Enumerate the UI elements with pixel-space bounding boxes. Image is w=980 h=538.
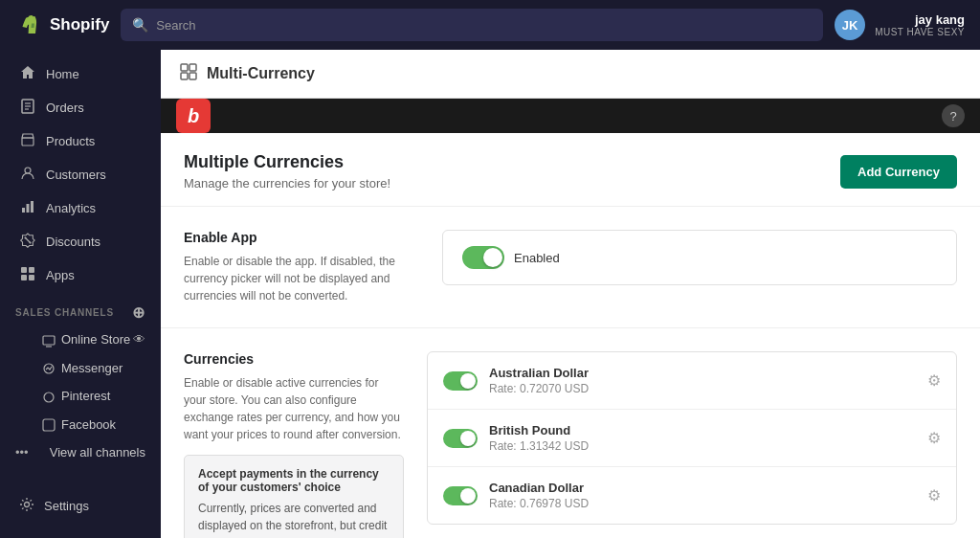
user-name: jay kang [875,12,965,27]
sidebar-item-pinterest[interactable]: Pinterest [0,382,161,411]
avatar: JK [835,10,865,40]
svg-point-5 [25,168,31,173]
sidebar-item-settings[interactable]: Settings [4,489,157,523]
info-box-title: Accept payments in the currency of your … [198,467,390,494]
add-currency-button[interactable]: Add Currency [840,155,957,189]
currencies-section: Currencies Enable or disable active curr… [161,328,980,538]
enable-description: Enable or disable the app. If disabled, … [184,253,404,304]
currency-toggle-0[interactable] [443,371,478,391]
home-icon [19,65,36,83]
sidebar-item-analytics[interactable]: Analytics [4,191,157,225]
main-title: Multiple Currencies [184,152,390,172]
user-area[interactable]: JK jay kang MUST HAVE SEXY [835,10,965,40]
currency-gear-2[interactable]: ⚙ [927,486,941,504]
svg-rect-16 [43,336,55,345]
svg-rect-13 [29,267,34,273]
currency-name-1: British Pound [489,423,916,437]
svg-rect-24 [181,73,188,79]
layout: Home Orders Products Customers Analytics [0,50,980,538]
app-banner: b ? [161,99,980,133]
table-row: Australian Dollar Rate: 0.72070 USD ⚙ [428,352,956,410]
enable-toggle-container: Enabled [462,246,560,269]
svg-point-10 [25,237,27,239]
discounts-icon [19,233,36,251]
currency-gear-1[interactable]: ⚙ [927,429,941,447]
svg-rect-20 [43,419,55,431]
currency-rate-0: Rate: 0.72070 USD [489,382,916,395]
products-icon [19,132,36,150]
svg-rect-25 [189,73,196,79]
top-nav: shopify 🔍 JK jay kang MUST HAVE SEXY [0,0,980,50]
logo[interactable]: shopify [15,11,109,38]
sidebar-label-orders: Orders [46,101,84,115]
view-all-channels[interactable]: ••• View all channels [0,438,161,466]
currency-info-1: British Pound Rate: 1.31342 USD [489,423,916,453]
customers-icon [19,166,36,184]
sidebar-label-analytics: Analytics [46,201,96,215]
messenger-label: Messenger [42,361,122,376]
banner-help-icon[interactable]: ? [942,104,965,127]
search-bar: 🔍 [121,9,823,41]
logo-text: shopify [50,15,109,34]
analytics-icon [19,199,36,217]
info-box: Accept payments in the currency of your … [184,455,404,538]
currency-list: Australian Dollar Rate: 0.72070 USD ⚙ Br… [427,351,957,525]
currency-name-2: Canadian Dollar [489,481,916,495]
svg-point-19 [44,392,54,402]
dots-icon: ••• [15,445,29,460]
svg-rect-6 [22,208,25,213]
svg-point-11 [30,242,32,244]
sidebar-item-discounts[interactable]: Discounts [4,225,157,258]
svg-rect-23 [189,64,196,71]
sidebar-item-customers[interactable]: Customers [4,158,157,191]
sidebar: Home Orders Products Customers Analytics [0,50,161,538]
svg-rect-22 [181,64,188,71]
search-input[interactable] [156,18,812,33]
enable-title: Enable App [184,230,404,245]
table-row: British Pound Rate: 1.31342 USD ⚙ [428,410,956,467]
svg-point-21 [25,503,30,507]
main-subtitle: Manage the currencies for your store! [184,176,390,191]
sidebar-item-messenger[interactable]: Messenger [0,354,161,383]
svg-rect-4 [22,138,33,146]
sidebar-item-products[interactable]: Products [4,124,157,158]
currencies-right: Australian Dollar Rate: 0.72070 USD ⚙ Br… [427,351,957,538]
currencies-description: Enable or disable active currencies for … [184,374,404,443]
currency-rate-1: Rate: 1.31342 USD [489,439,916,453]
currency-gear-0[interactable]: ⚙ [927,371,941,390]
online-store-label: Online Store [42,332,130,347]
orders-icon [19,99,36,117]
sidebar-label-discounts: Discounts [46,235,100,249]
sidebar-item-online-store[interactable]: Online Store 👁 [0,325,161,354]
currency-toggle-1[interactable] [443,429,478,448]
sidebar-label-apps: Apps [46,268,75,282]
sidebar-item-facebook[interactable]: Facebook [0,411,161,439]
svg-rect-12 [21,267,27,273]
currencies-title: Currencies [184,351,404,367]
currency-info-0: Australian Dollar Rate: 0.72070 USD [489,366,916,395]
info-box-text: Currently, prices are converted and disp… [198,500,390,538]
svg-rect-15 [29,275,34,280]
sidebar-item-orders[interactable]: Orders [4,91,157,124]
sidebar-item-apps[interactable]: Apps [4,258,157,292]
table-row: Canadian Dollar Rate: 0.76978 USD ⚙ [428,467,956,524]
currency-name-0: Australian Dollar [489,366,916,380]
add-sales-channel-icon[interactable]: ⊕ [132,303,145,322]
sidebar-item-home[interactable]: Home [4,57,157,91]
svg-rect-7 [27,204,30,213]
enable-app-toggle[interactable] [462,246,504,269]
svg-rect-14 [21,275,27,280]
sidebar-label-home: Home [46,67,79,81]
shopify-logo-icon [15,11,42,38]
content-section: Multiple Currencies Manage the currencie… [161,133,980,538]
banner-logo: b [176,99,211,133]
currency-toggle-2[interactable] [443,486,478,505]
page-header-icon [180,63,197,84]
eye-icon[interactable]: 👁 [133,332,145,347]
view-all-label: View all channels [50,445,145,460]
enable-left: Enable App Enable or disable the app. If… [184,230,404,304]
search-icon: 🔍 [132,17,148,33]
page-title: Multi-Currency [207,65,315,82]
page-header: Multi-Currency [161,50,980,99]
settings-label: Settings [44,499,89,513]
